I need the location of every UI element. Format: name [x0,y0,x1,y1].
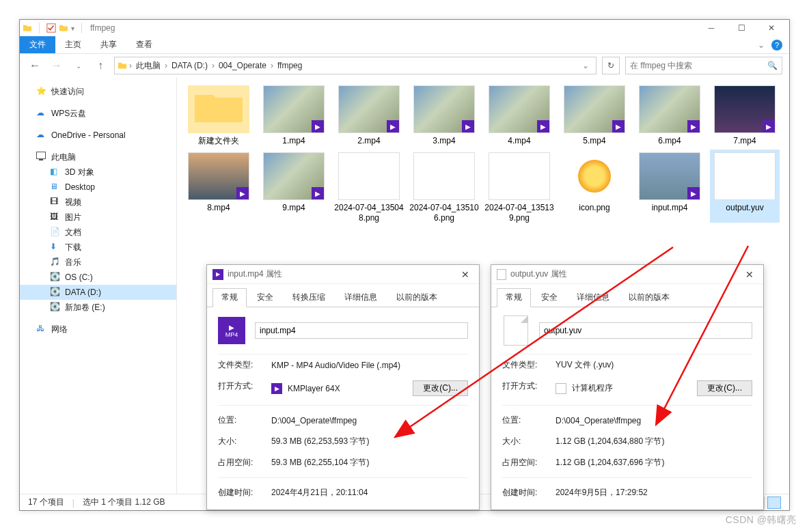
size-value: 59.3 MB (62,253,593 字节) [271,436,468,447]
open-with-value: KMPlayer 64X [288,384,340,393]
kmp-icon: ▶ [271,383,282,394]
maximize-button[interactable]: ☐ [726,20,756,36]
filename-field[interactable] [255,322,468,339]
play-badge-icon: ▶ [687,187,700,199]
filename-field[interactable] [539,322,752,339]
tab-view[interactable]: 查看 [126,36,162,53]
folder-qat-icon[interactable] [59,23,68,33]
sidebar-data-d[interactable]: 💽DATA (D:) [20,285,176,300]
search-box[interactable]: 🔍 [625,57,782,74]
sidebar-downloads[interactable]: ⬇下载 [20,240,176,255]
sidebar-new-e[interactable]: 💽新加卷 (E:) [20,300,176,315]
file-item[interactable]: ▶6.mp4 [635,83,704,145]
play-badge-icon: ▶ [462,120,474,132]
file-item[interactable]: icon.png [560,150,629,223]
address-dropdown-icon[interactable]: ⌄ [578,61,593,70]
tab-general[interactable]: 常规 [212,288,247,307]
play-badge-icon: ▶ [236,187,249,199]
sidebar-3d-objects[interactable]: ◧3D 对象 [20,165,176,180]
play-badge-icon: ▶ [312,120,324,132]
qat-dropdown-icon[interactable]: ▾ [71,25,74,32]
tab-security[interactable]: 安全 [248,288,282,307]
file-item[interactable]: ▶2.mp4 [334,83,404,145]
cloud-icon: ☁ [36,108,47,119]
crumb-folder2[interactable]: ffmpeg [275,61,304,70]
refresh-button[interactable]: ↻ [602,57,620,74]
video-thumb: ▶ [263,152,325,200]
mp4-icon: ▶MP4 [218,317,245,344]
crumb-drive[interactable]: DATA (D:) [169,61,210,70]
breadcrumb-bar[interactable]: › 此电脑 › DATA (D:) › 004_Operate › ffmpeg… [114,57,597,74]
drive-icon: 💽 [50,287,61,298]
tab-security[interactable]: 安全 [532,288,566,307]
checkbox-icon[interactable] [46,23,56,33]
change-button[interactable]: 更改(C)... [413,380,468,396]
download-icon: ⬇ [50,242,61,253]
file-item[interactable]: ▶3.mp4 [409,83,479,145]
file-item[interactable]: 2024-07-04_135106.png [409,150,479,223]
blank-file-icon [497,269,506,280]
file-item[interactable]: ▶1.mp4 [259,83,329,145]
network-icon: 🖧 [36,324,47,335]
pc-icon [36,152,47,163]
sidebar-quick-access[interactable]: ⭐快速访问 [20,84,176,99]
file-item-input[interactable]: ▶input.mp4 [635,150,704,223]
tab-compress[interactable]: 转换压缩 [284,288,334,307]
tab-general[interactable]: 常规 [497,288,531,307]
change-button[interactable]: 更改(C)... [697,380,752,396]
sidebar-this-pc[interactable]: 此电脑 [20,150,176,165]
sidebar-onedrive[interactable]: ☁OneDrive - Personal [20,128,176,143]
file-item[interactable]: ▶9.mp4 [259,150,329,223]
watermark: CSDN @韩曙亮 [726,514,797,527]
tab-details[interactable]: 详细信息 [568,288,618,307]
file-item[interactable]: ▶4.mp4 [484,83,554,145]
folder-icon [188,85,249,133]
back-button[interactable]: ← [27,57,43,74]
size-on-disk-value: 59.3 MB (62,255,104 字节) [271,457,468,468]
forward-button[interactable]: → [49,57,65,74]
sidebar-wps[interactable]: ☁WPS云盘 [20,106,176,121]
play-badge-icon: ▶ [537,120,549,132]
tab-previous[interactable]: 以前的版本 [620,288,678,307]
up-button[interactable]: ↑ [92,57,109,74]
image-thumb [413,152,475,200]
tab-home[interactable]: 主页 [55,36,91,53]
sidebar-pictures[interactable]: 🖼图片 [20,210,176,225]
size-value: 1.12 GB (1,204,634,880 字节) [556,436,752,447]
sidebar-network[interactable]: 🖧网络 [20,322,176,337]
tab-share[interactable]: 共享 [91,36,126,53]
help-icon[interactable]: ? [771,40,782,51]
crumb-this-pc[interactable]: 此电脑 [134,60,163,72]
search-input[interactable] [630,61,767,70]
sidebar-music[interactable]: 🎵音乐 [20,255,176,270]
icons-view-button[interactable] [767,496,781,509]
sidebar-documents[interactable]: 📄文档 [20,225,176,240]
ribbon-expand-icon[interactable]: ⌄ [758,40,765,50]
minimize-button[interactable]: ─ [696,20,726,36]
video-thumb: ▶ [489,85,550,133]
sidebar-os-c[interactable]: 💽OS (C:) [20,270,176,285]
crumb-folder1[interactable]: 004_Operate [217,61,269,70]
file-item[interactable]: 2024-07-04_135139.png [484,150,554,223]
close-button[interactable]: ✕ [756,20,786,36]
file-item[interactable]: ▶7.mp4 [710,83,780,145]
close-icon[interactable]: ✕ [457,269,474,280]
file-item[interactable]: 2024-07-04_135048.png [334,150,404,223]
tab-details[interactable]: 详细信息 [335,288,386,307]
open-with-value: 计算机程序 [572,382,613,394]
image-thumb [338,152,400,200]
close-icon[interactable]: ✕ [741,269,758,280]
size-on-disk-value: 1.12 GB (1,204,637,696 字节) [556,457,752,468]
music-icon: 🎵 [50,257,61,268]
file-item-output[interactable]: output.yuv [710,150,780,223]
tab-file[interactable]: 文件 [20,36,55,53]
file-item[interactable]: ▶5.mp4 [560,83,629,145]
tab-previous[interactable]: 以前的版本 [387,288,446,307]
sidebar-videos[interactable]: 🎞视频 [20,195,176,210]
desktop-icon: 🖥 [50,182,61,193]
sidebar-desktop[interactable]: 🖥Desktop [20,180,176,195]
file-item-folder[interactable]: 新建文件夹 [184,83,253,145]
file-item[interactable]: ▶8.mp4 [184,150,253,223]
recent-dropdown[interactable]: ⌄ [70,57,87,74]
video-thumb: ▶ [338,85,400,133]
